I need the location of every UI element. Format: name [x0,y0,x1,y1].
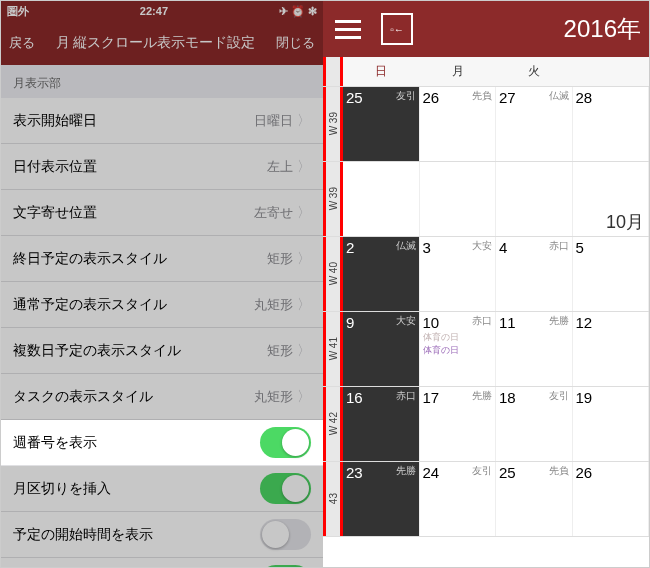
status-icons: ✈ ⏰ ✻ [279,5,317,18]
status-time: 22:47 [140,5,168,17]
setting-value: 丸矩形〉 [254,388,311,406]
setting-row-4[interactable]: 通常予定の表示スタイル丸矩形〉 [1,282,323,328]
year-label: 2016年 [564,13,641,45]
setting-row-3[interactable]: 終日予定の表示スタイル矩形〉 [1,236,323,282]
toggle-switch[interactable] [260,427,311,458]
setting-value: 左上〉 [267,158,311,176]
calendar-pane: ▫← 2016年 日月火 W 3925友引26先負27仏滅28W 3910月W … [323,1,649,567]
setting-label: 終日予定の表示スタイル [13,250,167,268]
calendar-body[interactable]: W 3925友引26先負27仏滅28W 3910月W 402仏滅3大安4赤口5W… [323,87,649,537]
setting-row-6[interactable]: タスクの表示スタイル丸矩形〉 [1,374,323,420]
back-button[interactable]: 戻る [9,34,35,52]
calendar-day[interactable] [420,162,497,236]
calendar-day[interactable]: 26 [573,462,650,536]
weekday-label: 月 [420,57,497,86]
chevron-right-icon: 〉 [297,342,311,360]
status-bar: 圏外 22:47 ✈ ⏰ ✻ [1,1,323,21]
chevron-right-icon: 〉 [297,388,311,406]
section-header: 月表示部 [1,65,323,98]
weekday-label: 火 [496,57,573,86]
setting-label: 週番号を表示 [13,434,97,452]
calendar-day[interactable] [343,162,420,236]
setting-label: 予定の開始時間を表示 [13,526,153,544]
setting-row-8[interactable]: 月区切りを挿入 [1,466,323,512]
calendar-day[interactable]: 25先負 [496,462,573,536]
setting-label: 通常予定の表示スタイル [13,296,167,314]
week-number: W 42 [323,387,343,461]
calendar-day[interactable]: 27仏滅 [496,87,573,161]
settings-list: 表示開始曜日日曜日〉日付表示位置左上〉文字寄せ位置左寄せ〉終日予定の表示スタイル… [1,98,323,568]
week-row: W 419大安10赤口体育の日体育の日11先勝12 [323,312,649,387]
setting-label: 表示開始曜日 [13,112,97,130]
setting-label: 月区切りを挿入 [13,480,111,498]
status-carrier: 圏外 [7,4,29,19]
week-row: W 3910月 [323,162,649,237]
setting-row-10[interactable]: 日の全背景を塗りつぶす [1,558,323,568]
setting-value: 矩形〉 [267,250,311,268]
setting-row-0[interactable]: 表示開始曜日日曜日〉 [1,98,323,144]
week-row: W 4216赤口17先勝18友引19 [323,387,649,462]
calendar-day[interactable]: 9大安 [343,312,420,386]
setting-value: 丸矩形〉 [254,296,311,314]
chevron-right-icon: 〉 [297,158,311,176]
calendar-day[interactable]: 2仏滅 [343,237,420,311]
calendar-day[interactable]: 25友引 [343,87,420,161]
setting-label: タスクの表示スタイル [13,388,153,406]
setting-row-1[interactable]: 日付表示位置左上〉 [1,144,323,190]
week-number: W 41 [323,312,343,386]
setting-value: 矩形〉 [267,342,311,360]
calendar-day[interactable] [496,162,573,236]
setting-row-7[interactable]: 週番号を表示 [1,420,323,466]
chevron-right-icon: 〉 [297,250,311,268]
calendar-day[interactable]: 3大安 [420,237,497,311]
week-number: W 39 [323,162,343,236]
chevron-right-icon: 〉 [297,296,311,314]
setting-row-2[interactable]: 文字寄せ位置左寄せ〉 [1,190,323,236]
weekday-row: 日月火 [323,57,649,87]
setting-row-9[interactable]: 予定の開始時間を表示 [1,512,323,558]
chevron-right-icon: 〉 [297,112,311,130]
calendar-day[interactable]: 23先勝 [343,462,420,536]
weekday-label [573,57,650,86]
today-icon[interactable]: ▫← [381,13,413,45]
setting-label: 日付表示位置 [13,158,97,176]
toggle-switch[interactable] [260,519,311,550]
week-number: W 40 [323,237,343,311]
weekday-label: 日 [343,57,420,86]
setting-value: 左寄せ〉 [254,204,311,222]
calendar-day[interactable]: 4赤口 [496,237,573,311]
close-button[interactable]: 閉じる [276,34,315,52]
calendar-day[interactable]: 5 [573,237,650,311]
week-row: W 402仏滅3大安4赤口5 [323,237,649,312]
settings-pane: 圏外 22:47 ✈ ⏰ ✻ 戻る 月 縦スクロール表示モード設定 閉じる 月表… [1,1,323,567]
setting-label: 複数日予定の表示スタイル [13,342,181,360]
setting-value: 日曜日〉 [254,112,311,130]
week-row: W 3925友引26先負27仏滅28 [323,87,649,162]
nav-bar: 戻る 月 縦スクロール表示モード設定 閉じる [1,21,323,65]
menu-icon[interactable] [331,16,365,43]
calendar-day[interactable]: 26先負 [420,87,497,161]
calendar-day[interactable]: 16赤口 [343,387,420,461]
calendar-day[interactable]: 17先勝 [420,387,497,461]
calendar-header: ▫← 2016年 [323,1,649,57]
week-number-column-header [323,57,343,86]
calendar-day[interactable]: 24友引 [420,462,497,536]
calendar-day[interactable]: 10月 [573,162,650,236]
chevron-right-icon: 〉 [297,204,311,222]
week-number: W 39 [323,87,343,161]
week-row: 4323先勝24友引25先負26 [323,462,649,537]
calendar-day[interactable]: 11先勝 [496,312,573,386]
nav-title: 月 縦スクロール表示モード設定 [56,34,256,52]
calendar-day[interactable]: 10赤口体育の日体育の日 [420,312,497,386]
week-number: 43 [323,462,343,536]
setting-row-5[interactable]: 複数日予定の表示スタイル矩形〉 [1,328,323,374]
calendar-day[interactable]: 19 [573,387,650,461]
toggle-switch[interactable] [260,473,311,504]
setting-label: 文字寄せ位置 [13,204,97,222]
calendar-day[interactable]: 18友引 [496,387,573,461]
calendar-day[interactable]: 12 [573,312,650,386]
calendar-day[interactable]: 28 [573,87,650,161]
